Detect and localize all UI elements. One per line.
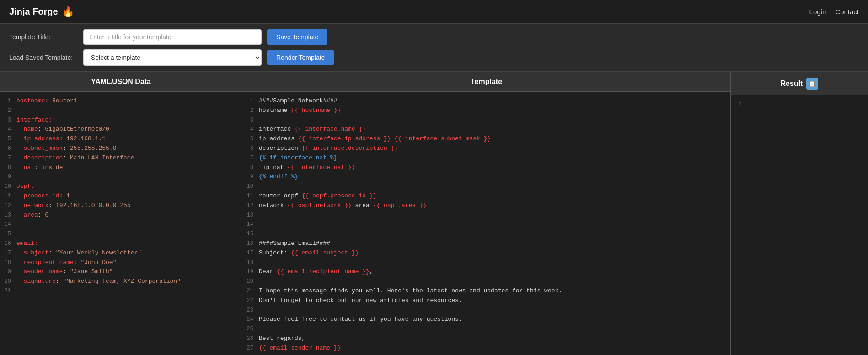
brand: Jinja Forge 🔥 bbox=[9, 6, 74, 18]
yaml-line: 11 process_id: 1 bbox=[0, 191, 242, 201]
line-content bbox=[259, 258, 730, 268]
line-number: 11 bbox=[0, 191, 16, 201]
line-content: Best regards, bbox=[259, 334, 730, 344]
navbar: Jinja Forge 🔥 Login Contact bbox=[0, 0, 868, 24]
template-line: 9{% endif %} bbox=[242, 172, 730, 182]
template-panel: Template 1####Sample Network####2hostnam… bbox=[242, 72, 731, 355]
template-line: 17Subject: {{ email.subject }} bbox=[242, 249, 730, 258]
result-panel-header: Result 📋 bbox=[731, 72, 868, 95]
line-number: 24 bbox=[242, 315, 259, 324]
nav-links: Login Contact bbox=[809, 8, 859, 16]
line-content: recipient_name: "John Doe" bbox=[16, 258, 242, 268]
template-line: 26Best regards, bbox=[242, 334, 730, 344]
yaml-line: 18 recipient_name: "John Doe" bbox=[0, 258, 242, 268]
result-panel: Result 📋 1 bbox=[731, 72, 868, 355]
line-content bbox=[16, 220, 242, 229]
line-number: 22 bbox=[242, 296, 259, 305]
line-content bbox=[16, 106, 242, 116]
yaml-line: 15 bbox=[0, 229, 242, 239]
save-button[interactable]: Save Template bbox=[267, 29, 327, 45]
line-content: description {{ interface.description }} bbox=[259, 144, 730, 154]
line-number: 19 bbox=[0, 267, 16, 276]
template-select[interactable]: Select a template bbox=[83, 49, 262, 66]
line-content: ####Sample Email#### bbox=[259, 239, 730, 249]
line-number: 5 bbox=[0, 134, 16, 143]
template-code-area[interactable]: 1####Sample Network####2hostname {{ host… bbox=[242, 92, 730, 355]
line-content: {% endif %} bbox=[259, 172, 730, 182]
flame-icon: 🔥 bbox=[62, 6, 74, 18]
title-row: Template Title: Save Template bbox=[9, 29, 859, 45]
line-number: 13 bbox=[242, 211, 259, 220]
line-number: 4 bbox=[0, 125, 16, 134]
line-content: area: 0 bbox=[16, 211, 242, 220]
line-number: 10 bbox=[0, 182, 16, 191]
yaml-code-area[interactable]: 1hostname: Router12 3interface:4 name: G… bbox=[0, 92, 242, 355]
template-line: 19Dear {{ email.recipient_name }}, bbox=[242, 267, 730, 277]
line-number: 18 bbox=[0, 258, 16, 267]
yaml-line: 20 signature: "Marketing Team, XYZ Corpo… bbox=[0, 277, 242, 286]
yaml-line: 21 bbox=[0, 286, 242, 296]
template-line: 23 bbox=[242, 306, 730, 315]
line-number: 10 bbox=[242, 182, 259, 191]
line-content bbox=[259, 353, 730, 355]
render-button[interactable]: Render Template bbox=[267, 50, 334, 65]
line-number: 16 bbox=[242, 239, 259, 248]
line-content: name: GigabitEthernet0/0 bbox=[16, 125, 242, 134]
result-code-area[interactable]: 1 bbox=[731, 95, 868, 355]
line-content bbox=[747, 100, 868, 110]
line-number: 17 bbox=[0, 249, 16, 258]
line-number: 6 bbox=[0, 144, 16, 153]
template-line: 12network {{ ospf.network }} area {{ osp… bbox=[242, 201, 730, 211]
template-line: 13 bbox=[242, 211, 730, 220]
line-number: 15 bbox=[242, 229, 259, 238]
template-line: 4interface {{ interface.name }} bbox=[242, 125, 730, 134]
line-content: {% if interface.nat %} bbox=[259, 154, 730, 163]
line-content: nat: inside bbox=[16, 163, 242, 173]
line-content: interface: bbox=[16, 116, 242, 125]
line-number: 14 bbox=[0, 220, 16, 229]
line-content: hostname {{ hostname }} bbox=[259, 106, 730, 116]
result-line: 1 bbox=[731, 100, 868, 110]
line-number: 9 bbox=[242, 172, 259, 181]
line-content: email: bbox=[16, 239, 242, 249]
yaml-line: 19 sender_name: "Jane Smith" bbox=[0, 267, 242, 277]
line-content bbox=[259, 211, 730, 220]
yaml-panel-header: YAML/JSON Data bbox=[0, 72, 242, 92]
line-number: 3 bbox=[0, 116, 16, 125]
line-number: 20 bbox=[0, 277, 16, 286]
template-line: 27{{ email.sender_name }} bbox=[242, 344, 730, 353]
yaml-line: 3interface: bbox=[0, 116, 242, 125]
title-input[interactable] bbox=[83, 29, 262, 45]
yaml-panel-title: YAML/JSON Data bbox=[91, 78, 151, 86]
line-content: Dear {{ email.recipient_name }}, bbox=[259, 267, 730, 277]
line-content bbox=[259, 116, 730, 125]
line-number: 9 bbox=[0, 172, 16, 181]
line-content: ip address {{ interface.ip_address }} {{… bbox=[259, 134, 730, 144]
line-content bbox=[259, 182, 730, 191]
line-content: interface {{ interface.name }} bbox=[259, 125, 730, 134]
contact-link[interactable]: Contact bbox=[835, 8, 859, 16]
line-number: 27 bbox=[242, 344, 259, 353]
template-line: 20 bbox=[242, 277, 730, 286]
template-line: 15 bbox=[242, 229, 730, 239]
line-content: subnet_mask: 255.255.255.0 bbox=[16, 144, 242, 154]
template-line: 1####Sample Network#### bbox=[242, 96, 730, 106]
line-content bbox=[259, 324, 730, 334]
template-line: 24Please feel free to contact us if you … bbox=[242, 315, 730, 324]
template-line: 28 bbox=[242, 353, 730, 355]
line-content bbox=[16, 172, 242, 182]
login-link[interactable]: Login bbox=[809, 8, 826, 16]
copy-result-button[interactable]: 📋 bbox=[806, 78, 818, 90]
line-number: 25 bbox=[242, 324, 259, 334]
template-line: 11router ospf {{ ospf.process_id }} bbox=[242, 191, 730, 201]
template-line: 22Don't forget to check out our new arti… bbox=[242, 296, 730, 306]
yaml-line: 5 ip_address: 192.168.1.1 bbox=[0, 134, 242, 144]
line-number: 8 bbox=[0, 163, 16, 172]
line-content: Subject: {{ email.subject }} bbox=[259, 249, 730, 258]
template-line: 21I hope this message finds you well. He… bbox=[242, 286, 730, 296]
line-content: description: Main LAN Interface bbox=[16, 154, 242, 163]
line-number: 26 bbox=[242, 334, 259, 343]
line-number: 7 bbox=[0, 154, 16, 163]
title-label: Template Title: bbox=[9, 33, 78, 41]
line-content: ip nat {{ interface.nat }} bbox=[259, 163, 730, 173]
